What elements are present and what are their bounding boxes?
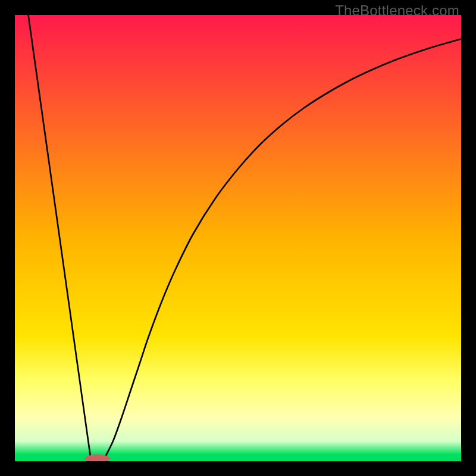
chart-frame: TheBottleneck.com: [0, 0, 476, 476]
bottleneck-chart: [15, 15, 461, 461]
